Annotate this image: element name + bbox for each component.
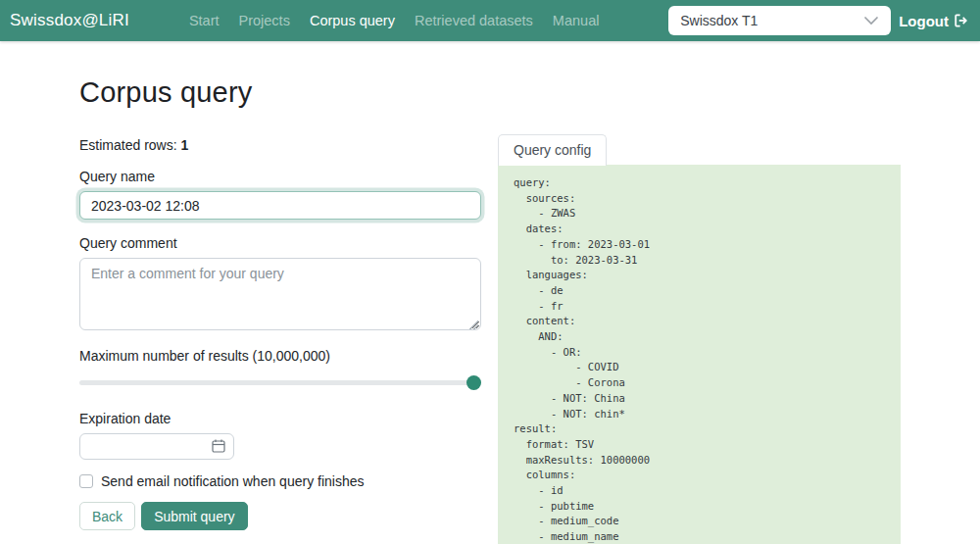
estimated-rows: Estimated rows: 1 bbox=[79, 137, 481, 153]
email-notification-label: Send email notification when query finis… bbox=[101, 473, 365, 489]
submit-query-button[interactable]: Submit query bbox=[141, 502, 247, 530]
estimated-rows-label: Estimated rows: bbox=[79, 137, 180, 153]
main-content: Corpus query Estimated rows: 1 Query nam… bbox=[0, 41, 980, 544]
query-name-input[interactable] bbox=[79, 191, 481, 220]
email-notification-row: Send email notification when query finis… bbox=[79, 473, 481, 489]
tab-query-config[interactable]: Query config bbox=[498, 134, 607, 166]
query-config-yaml: query: sources: - ZWAS dates: - from: 20… bbox=[514, 175, 885, 544]
query-name-label: Query name bbox=[79, 169, 481, 184]
chevron-down-icon bbox=[863, 16, 879, 25]
project-select[interactable]: Swissdox T1 bbox=[668, 6, 891, 35]
query-comment-label: Query comment bbox=[79, 235, 481, 251]
max-results-label: Maximum number of results (10,000,000) bbox=[79, 348, 481, 364]
slider-track bbox=[79, 380, 481, 385]
page-title: Corpus query bbox=[79, 76, 901, 109]
max-results-slider-thumb[interactable] bbox=[466, 375, 481, 390]
estimated-rows-value: 1 bbox=[180, 137, 188, 153]
back-button[interactable]: Back bbox=[79, 502, 135, 530]
nav-item-retrieved-datasets[interactable]: Retrieved datasets bbox=[405, 5, 543, 36]
nav-item-projects[interactable]: Projects bbox=[229, 5, 300, 36]
max-results-slider[interactable] bbox=[79, 375, 481, 390]
expiration-date-label: Expiration date bbox=[79, 411, 481, 426]
nav-links: Start Projects Corpus query Retrieved da… bbox=[179, 5, 610, 36]
email-notification-checkbox[interactable] bbox=[79, 474, 93, 488]
query-form: Estimated rows: 1 Query name Query comme… bbox=[79, 133, 481, 544]
nav-item-corpus-query[interactable]: Corpus query bbox=[300, 5, 405, 36]
config-column: Query config query: sources: - ZWAS date… bbox=[498, 133, 901, 544]
navbar: Swissdox@LiRI Start Projects Corpus quer… bbox=[0, 0, 980, 41]
logout-icon bbox=[954, 14, 968, 27]
query-config-panel: query: sources: - ZWAS dates: - from: 20… bbox=[498, 165, 901, 544]
project-select-value: Swissdox T1 bbox=[680, 13, 758, 28]
nav-item-manual[interactable]: Manual bbox=[543, 5, 610, 36]
logout-label: Logout bbox=[899, 13, 949, 29]
logout-button[interactable]: Logout bbox=[897, 13, 970, 29]
calendar-icon[interactable] bbox=[211, 438, 226, 454]
brand-logo[interactable]: Swissdox@LiRI bbox=[10, 11, 129, 30]
nav-item-start[interactable]: Start bbox=[179, 5, 229, 36]
query-comment-textarea[interactable] bbox=[79, 258, 481, 330]
